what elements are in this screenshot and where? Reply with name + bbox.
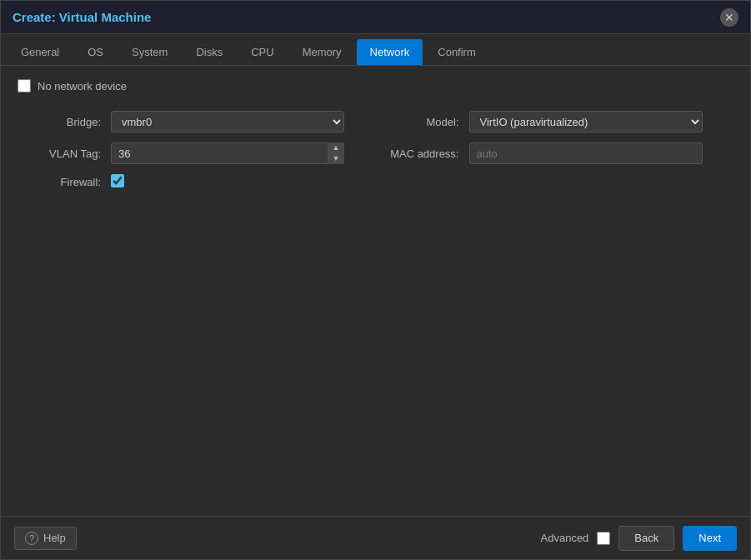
tab-confirm[interactable]: Confirm [424,39,489,65]
title-bar: Create: Virtual Machine ✕ [1,1,750,34]
back-button[interactable]: Back [618,526,674,551]
close-button[interactable]: ✕ [720,8,738,27]
mac-address-row: MAC address: [376,138,734,169]
advanced-label: Advanced [541,532,589,544]
mac-address-input[interactable] [469,142,703,164]
vlan-tag-row: VLAN Tag: ▲ ▼ [18,138,376,169]
footer-right: Advanced Back Next [541,526,737,551]
vlan-increment-button[interactable]: ▲ [328,142,344,153]
firewall-label: Firewall: [18,176,101,188]
model-label: Model: [376,116,459,128]
vlan-tag-label: VLAN Tag: [18,148,101,160]
no-network-row: No network device [18,79,733,92]
vlan-spinner-wrapper: ▲ ▼ [111,142,344,164]
no-network-label[interactable]: No network device [38,80,127,92]
firewall-control [111,174,344,190]
close-icon: ✕ [724,11,734,24]
tab-bar: General OS System Disks CPU Memory Netwo… [1,34,750,66]
model-control: VirtIO (paravirtualized) e1000 rtl8139 v… [469,111,703,132]
no-network-checkbox[interactable] [18,79,31,92]
mac-address-control [469,142,703,164]
bridge-control: vmbr0 vmbr1 vmbr2 [111,111,344,132]
tab-cpu[interactable]: CPU [238,39,287,65]
firewall-row: Firewall: [18,169,376,195]
spinner-buttons: ▲ ▼ [328,142,344,164]
vlan-decrement-button[interactable]: ▼ [328,153,344,164]
dialog-title: Create: Virtual Machine [13,10,151,24]
help-label: Help [43,532,66,544]
bridge-row: Bridge: vmbr0 vmbr1 vmbr2 [18,106,376,138]
help-button[interactable]: ? Help [14,527,77,550]
mac-address-label: MAC address: [376,148,459,160]
footer-left: ? Help [14,527,77,550]
tab-os[interactable]: OS [74,39,117,65]
bridge-label: Bridge: [18,116,101,128]
form-col-right: Model: VirtIO (paravirtualized) e1000 rt… [376,106,734,195]
advanced-checkbox[interactable] [597,532,610,545]
bridge-select[interactable]: vmbr0 vmbr1 vmbr2 [111,111,344,132]
vlan-tag-input[interactable] [111,142,344,164]
content-area: No network device Bridge: vmbr0 vmbr1 vm… [1,66,750,516]
next-button[interactable]: Next [683,526,737,551]
form-col-left: Bridge: vmbr0 vmbr1 vmbr2 VLAN Tag: [18,106,376,195]
tab-memory[interactable]: Memory [289,39,355,65]
firewall-checkbox[interactable] [111,174,124,188]
model-row: Model: VirtIO (paravirtualized) e1000 rt… [376,106,734,138]
footer: ? Help Advanced Back Next [1,516,750,559]
tab-network[interactable]: Network [357,39,423,65]
tab-disks[interactable]: Disks [183,39,236,65]
tab-system[interactable]: System [118,39,181,65]
help-icon: ? [25,532,38,545]
model-select[interactable]: VirtIO (paravirtualized) e1000 rtl8139 v… [469,111,703,132]
form-grid: Bridge: vmbr0 vmbr1 vmbr2 VLAN Tag: [18,106,733,195]
create-vm-dialog: Create: Virtual Machine ✕ General OS Sys… [0,0,751,560]
vlan-tag-control: ▲ ▼ [111,142,344,164]
tab-general[interactable]: General [8,39,73,65]
